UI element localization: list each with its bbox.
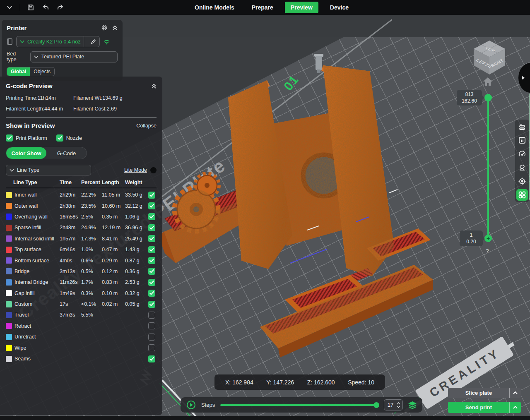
line-type-visibility-checkbox[interactable] xyxy=(148,290,155,297)
line-type-length: 12.19 m xyxy=(102,225,125,230)
filament-tool-icon[interactable] xyxy=(516,189,528,201)
line-type-name: Internal Bridge xyxy=(13,279,60,285)
wifi-status-icon xyxy=(103,39,111,45)
layer-slider-top-handle[interactable] xyxy=(484,94,492,101)
printer-select-dropdown[interactable]: Creality K2 Pro 0.4 nozzle xyxy=(16,36,100,47)
step-up-icon[interactable] xyxy=(397,402,400,405)
scope-toggle: Global Objects xyxy=(7,67,55,76)
line-type-visibility-checkbox[interactable] xyxy=(148,213,155,220)
line-type-percent: 0.3% xyxy=(81,290,102,296)
lite-mode-toggle[interactable] xyxy=(150,167,157,173)
tab-device[interactable]: Device xyxy=(324,2,354,13)
tab-prepare[interactable]: Prepare xyxy=(246,2,279,13)
line-type-visibility-checkbox[interactable] xyxy=(148,202,155,209)
send-options-chevron[interactable] xyxy=(509,402,521,413)
collapse-link[interactable]: Collapse xyxy=(136,123,157,129)
scope-global[interactable]: Global xyxy=(7,67,30,76)
dropdown-chevron-icon xyxy=(34,55,39,58)
line-type-length: 11.05 m xyxy=(102,192,125,198)
line-type-swatch xyxy=(6,203,12,209)
bed-type-label: Bed type xyxy=(7,51,27,62)
line-type-visibility-checkbox[interactable] xyxy=(148,344,155,351)
play-icon[interactable] xyxy=(186,400,196,410)
edit-printer-icon[interactable] xyxy=(87,36,99,47)
checkbox-checked-icon xyxy=(6,134,13,142)
line-type-visibility-checkbox[interactable] xyxy=(148,301,155,308)
send-print-button[interactable]: Send print xyxy=(448,402,521,413)
scope-objects[interactable]: Objects xyxy=(30,67,54,76)
slice-plate-button[interactable]: Slice plate xyxy=(448,388,521,398)
line-type-visibility-checkbox[interactable] xyxy=(148,322,155,329)
mode-color-show[interactable]: Color Show xyxy=(6,147,46,159)
line-type-visibility-checkbox[interactable] xyxy=(148,192,155,199)
undo-icon[interactable] xyxy=(41,3,50,12)
app-menu-chevron-icon[interactable] xyxy=(5,3,14,12)
printer-panel-collapse-icon[interactable] xyxy=(112,25,118,31)
line-type-name: Overhang wall xyxy=(13,214,60,220)
layer-slider-track[interactable] xyxy=(487,98,489,239)
line-type-time: 2h48m xyxy=(60,225,81,230)
line-type-percent: 1.0% xyxy=(81,247,102,252)
printer-panel: Printer Creality K2 Pro 0.4 nozzle Bed t… xyxy=(2,20,123,81)
steps-value-input[interactable]: 17 xyxy=(384,399,403,410)
step-down-icon[interactable] xyxy=(397,406,400,408)
bed-type-dropdown[interactable]: Textured PEI Plate xyxy=(30,51,118,62)
line-type-row: Gap infill 1m49s 0.3% 0.10 m 0.32 g xyxy=(6,288,157,299)
print-stats: Printing Time:11h14m Filament Wt:134.69 … xyxy=(6,95,157,112)
save-icon[interactable] xyxy=(26,3,35,12)
gcode-position-readout: X: 162.984 Y: 147.226 Z: 162.600 Speed: … xyxy=(214,374,385,390)
view-cube[interactable]: TOP LEFT FRONT xyxy=(470,38,508,76)
layer-slider-bottom-handle[interactable]: + xyxy=(484,235,492,242)
stat-filament-length: Filament Length:44.44 m xyxy=(6,106,73,112)
line-type-swatch xyxy=(6,356,12,362)
line-type-length: 0.29 m xyxy=(102,258,125,264)
layers-icon[interactable] xyxy=(408,401,417,409)
line-type-time: 11m26s xyxy=(60,279,81,285)
printer-name: Creality K2 Pro 0.4 nozzle xyxy=(27,39,81,45)
gcode-panel-title: G-code Preview xyxy=(6,82,53,89)
line-type-swatch xyxy=(6,301,12,307)
line-type-percent: 24.9% xyxy=(81,225,102,230)
line-type-visibility-checkbox[interactable] xyxy=(148,355,155,362)
steps-playback-bar: Steps 17 xyxy=(181,397,422,413)
tab-online-models[interactable]: Online Models xyxy=(189,2,240,13)
line-type-visibility-checkbox[interactable] xyxy=(148,257,155,264)
line-type-length: 10.60 m xyxy=(102,203,125,209)
line-type-time: 17s xyxy=(60,301,81,307)
line-type-visibility-checkbox[interactable] xyxy=(148,279,155,286)
speed-tool-icon[interactable] xyxy=(516,148,528,160)
steps-value[interactable]: 17 xyxy=(384,402,397,408)
line-type-tool-icon[interactable] xyxy=(516,121,528,132)
preview-mode-toggle: Color Show G-Code xyxy=(6,147,87,159)
line-type-visibility-checkbox[interactable] xyxy=(148,246,155,253)
temperature-tool-icon[interactable] xyxy=(516,175,528,187)
line-type-name: Unretract xyxy=(13,334,60,340)
line-type-name: Internal solid infill xyxy=(13,236,60,242)
steps-slider[interactable] xyxy=(220,404,378,406)
line-type-weight: 0.87 g xyxy=(125,258,148,264)
line-type-visibility-checkbox[interactable] xyxy=(148,312,155,319)
line-type-weight: 32.12 g xyxy=(125,203,148,209)
print-platform-checkbox[interactable]: Print Platform xyxy=(6,134,47,142)
line-type-visibility-checkbox[interactable] xyxy=(148,235,155,242)
line-type-visibility-checkbox[interactable] xyxy=(148,268,155,275)
fan-tool-icon[interactable] xyxy=(516,162,528,173)
nozzle-checkbox[interactable]: Nozzle xyxy=(56,134,82,142)
line-type-row: Seams xyxy=(6,353,157,364)
help-icon[interactable]: ? xyxy=(486,248,489,254)
printer-settings-gear-icon[interactable] xyxy=(101,24,108,31)
slice-options-chevron[interactable] xyxy=(509,388,521,398)
redo-icon[interactable] xyxy=(56,3,65,12)
line-type-dropdown[interactable]: Line Type xyxy=(6,165,91,175)
home-view-icon[interactable] xyxy=(483,77,493,86)
line-type-name: Wipe xyxy=(13,345,60,351)
line-type-percent: 0.6% xyxy=(81,258,102,264)
line-type-visibility-checkbox[interactable] xyxy=(148,334,155,341)
steps-slider-handle[interactable] xyxy=(373,402,379,408)
mode-gcode[interactable]: G-Code xyxy=(46,147,87,159)
tab-preview[interactable]: Preview xyxy=(285,2,318,13)
line-type-name: Travel xyxy=(13,312,60,318)
line-type-visibility-checkbox[interactable] xyxy=(148,224,155,231)
gcode-panel-collapse-icon[interactable] xyxy=(151,83,157,89)
plate-tool-icon[interactable] xyxy=(516,134,528,146)
